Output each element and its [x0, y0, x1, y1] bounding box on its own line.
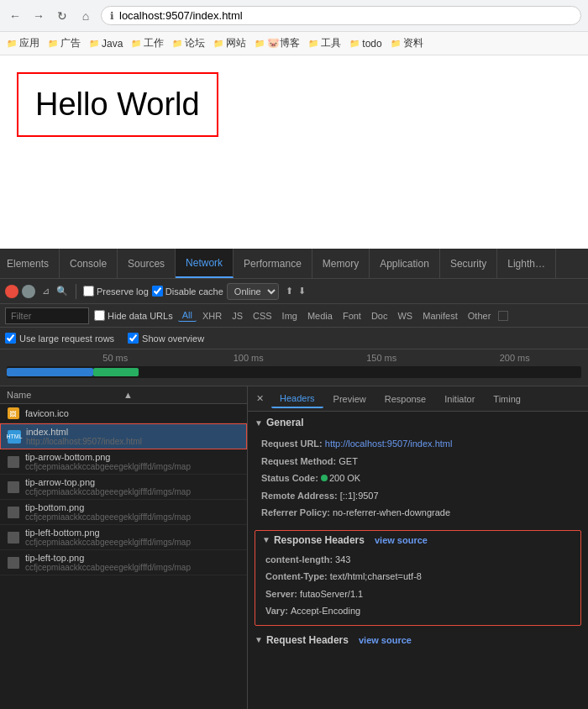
large-rows-input[interactable] — [5, 333, 16, 344]
request-headers-section-header[interactable]: ▼ Request Headers view source — [248, 629, 588, 651]
tab-application[interactable]: Application — [370, 249, 440, 278]
large-rows-checkbox[interactable]: Use large request rows — [5, 333, 114, 344]
request-url-key: Request URL: — [261, 439, 323, 449]
tab-timing[interactable]: Timing — [485, 391, 529, 407]
filter-icon[interactable]: ⊿ — [39, 285, 52, 298]
file-icon-img — [7, 506, 20, 519]
file-path: ccfjcepmiaackkccabgeeegeklgifffd/imgs/ma… — [25, 487, 240, 496]
tab-response[interactable]: Response — [376, 391, 435, 407]
home-button[interactable]: ⌂ — [77, 8, 94, 24]
bookmark-label: 网站 — [226, 36, 246, 50]
record-button[interactable] — [5, 285, 18, 298]
filter-xhr[interactable]: XHR — [198, 310, 226, 322]
bookmark-forum[interactable]: 📁 论坛 — [172, 36, 205, 50]
tab-console[interactable]: Console — [60, 249, 118, 278]
back-button[interactable]: ← — [7, 8, 24, 24]
list-item[interactable]: tip-left-top.png ccfjcepmiaackkccabgeeeg… — [0, 550, 247, 575]
throttle-select[interactable]: Online — [227, 283, 279, 300]
overview-input[interactable] — [128, 333, 139, 344]
tab-lighthouse[interactable]: Lighth… — [497, 249, 556, 278]
bookmark-tools[interactable]: 📁 工具 — [308, 36, 341, 50]
tab-performance[interactable]: Performance — [234, 249, 312, 278]
list-item[interactable]: tip-arrow-bottom.png ccfjcepmiaackkccabg… — [0, 449, 247, 475]
file-name: favicon.ico — [25, 408, 240, 418]
filter-ws[interactable]: WS — [393, 310, 417, 322]
hide-data-urls-input[interactable] — [94, 310, 105, 321]
filter-input[interactable] — [5, 307, 89, 324]
request-view-source-link[interactable]: view source — [359, 635, 412, 645]
view-source-link[interactable]: view source — [375, 535, 428, 545]
file-info: index.html http://localhost:9507/index.h… — [26, 427, 239, 446]
list-item[interactable]: tip-left-bottom.png ccfjcepmiaackkccabge… — [0, 525, 247, 550]
bookmark-todo[interactable]: 📁 todo — [349, 38, 381, 50]
tab-elements[interactable]: Elements — [0, 249, 60, 278]
vary-val: Accept-Encoding — [291, 606, 360, 616]
general-section-header[interactable]: ▼ General — [248, 412, 588, 433]
referrer-val: no-referrer-when-downgrade — [333, 507, 450, 517]
separator — [76, 284, 76, 299]
file-path: ccfjcepmiaackkccabgeeegeklgifffd/imgs/ma… — [25, 462, 240, 471]
preserve-log-input[interactable] — [83, 286, 94, 297]
disable-cache-input[interactable] — [152, 286, 163, 297]
close-panel-button[interactable]: ✕ — [253, 392, 266, 406]
bookmark-label: todo — [362, 38, 381, 50]
list-item[interactable]: 🖼 favicon.ico — [0, 404, 247, 423]
tab-headers[interactable]: Headers — [271, 390, 323, 408]
address-bar[interactable]: ℹ localhost:9507/index.html — [101, 6, 581, 25]
filter-font[interactable]: Font — [339, 310, 365, 322]
tab-network[interactable]: Network — [176, 249, 234, 278]
filter-img[interactable]: Img — [278, 310, 302, 322]
export-icon[interactable]: ⬇ — [298, 286, 306, 297]
list-item[interactable]: HTML index.html http://localhost:9507/in… — [0, 423, 247, 449]
bookmark-java[interactable]: 📁 Java — [89, 38, 123, 50]
file-path: ccfjcepmiaackkccabgeeegeklgifffd/imgs/ma… — [25, 512, 240, 522]
refresh-button[interactable]: ↻ — [54, 8, 71, 24]
filter-all[interactable]: All — [178, 309, 197, 322]
filter-js[interactable]: JS — [228, 310, 247, 322]
clear-button[interactable] — [22, 285, 35, 298]
import-icon[interactable]: ⬆ — [286, 286, 293, 297]
headers-panel: ✕ Headers Preview Response Initiator Tim… — [248, 386, 588, 709]
timeline-150ms: 150 ms — [315, 353, 449, 363]
svg-rect-2 — [8, 456, 19, 468]
tab-preview[interactable]: Preview — [325, 391, 375, 407]
bookmark-work[interactable]: 📁 工作 — [131, 36, 164, 50]
file-icon-img: 🖼 — [7, 407, 20, 420]
tab-memory[interactable]: Memory — [312, 249, 370, 278]
list-item[interactable]: tip-arrow-top.png ccfjcepmiaackkccabgeee… — [0, 475, 247, 500]
browser-toolbar: ← → ↻ ⌂ ℹ localhost:9507/index.html — [0, 0, 588, 32]
filter-types: All XHR JS CSS Img Media Font Doc WS Man… — [178, 309, 509, 322]
response-headers-title[interactable]: ▼ Response Headers view source — [255, 531, 580, 549]
file-icon-img — [7, 531, 20, 544]
disable-cache-checkbox[interactable]: Disable cache — [152, 286, 223, 297]
forward-button[interactable]: → — [30, 8, 47, 24]
tab-security[interactable]: Security — [440, 249, 497, 278]
filter-manifest[interactable]: Manifest — [418, 310, 462, 322]
content-length-key: content-length: — [265, 554, 335, 565]
filter-doc[interactable]: Doc — [367, 310, 392, 322]
bookmark-apps[interactable]: 📁 应用 — [7, 36, 39, 50]
timeline-track[interactable] — [7, 366, 581, 378]
bookmark-ads[interactable]: 📁 广告 — [48, 36, 81, 50]
list-item[interactable]: tip-bottom.png ccfjcepmiaackkccabgeeegek… — [0, 500, 247, 525]
filter-css[interactable]: CSS — [249, 310, 276, 322]
referrer-key: Referrer Policy: — [261, 507, 330, 517]
bookmark-blog[interactable]: 📁 🐷博客 — [255, 36, 300, 50]
tab-sources[interactable]: Sources — [118, 249, 176, 278]
search-icon[interactable]: 🔍 — [55, 285, 69, 298]
header-row: Server: futaoServer/1.1 — [265, 586, 570, 603]
bookmark-resources[interactable]: 📁 资料 — [391, 36, 423, 50]
method-val: GET — [339, 456, 358, 466]
overview-checkbox[interactable]: Show overview — [128, 333, 204, 344]
filter-more[interactable] — [498, 311, 508, 321]
remote-key: Remote Address: — [261, 491, 338, 501]
filter-other[interactable]: Other — [464, 310, 496, 322]
bookmark-website[interactable]: 📁 网站 — [213, 36, 246, 50]
hide-data-urls-checkbox[interactable]: Hide data URLs — [94, 310, 173, 321]
sort-icon[interactable]: ▲ — [123, 390, 240, 400]
large-rows-label: Use large request rows — [19, 333, 114, 344]
header-row: Vary: Accept-Encoding — [265, 602, 570, 620]
tab-initiator[interactable]: Initiator — [436, 391, 483, 407]
filter-media[interactable]: Media — [303, 310, 337, 322]
preserve-log-checkbox[interactable]: Preserve log — [83, 286, 149, 297]
